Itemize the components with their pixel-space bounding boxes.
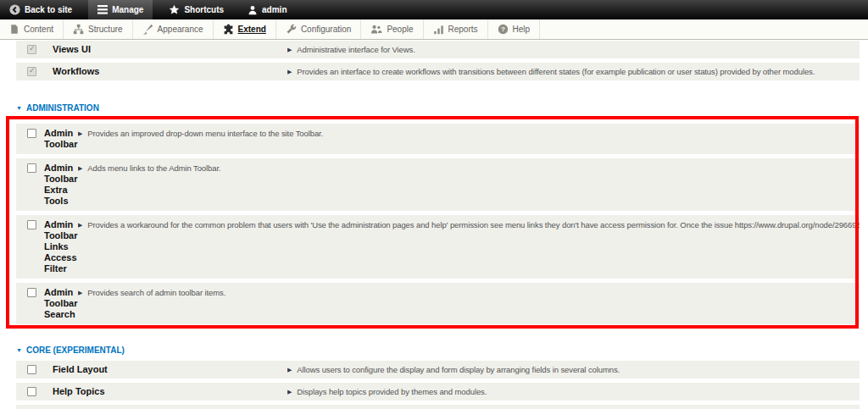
tab-content[interactable]: Content: [0, 19, 64, 39]
menu-icon: [97, 5, 108, 14]
module-name: Admin Toolbar: [44, 128, 78, 150]
module-description: Allows users to configure the display an…: [297, 364, 620, 375]
module-description-toggle[interactable]: ▶Displays help topics provided by themes…: [287, 386, 860, 397]
collapsed-twisty-icon: ▶: [78, 287, 82, 298]
shortcuts-button[interactable]: Shortcuts: [159, 0, 233, 19]
module-description-toggle[interactable]: ▶Provides a workaround for the common pr…: [78, 219, 860, 230]
admin-menu-bar: Content Structure Appearance Extend Conf…: [0, 19, 868, 40]
module-name: Views UI: [53, 44, 287, 55]
puzzle-icon: [223, 24, 234, 35]
help-icon: ?: [498, 24, 509, 35]
module-description-toggle[interactable]: ▶Provides an improved drop-down menu int…: [78, 128, 860, 139]
module-row-admin-toolbar: Admin Toolbar ▶Provides an improved drop…: [16, 124, 860, 154]
module-description: Provides search of admin toolbar items.: [87, 287, 225, 298]
checkbox-unchecked-icon[interactable]: [27, 220, 36, 229]
tab-appearance-label: Appearance: [158, 25, 203, 34]
modules-list: Views UI ▶Administrative interface for V…: [0, 40, 868, 409]
module-checkbox-views-ui: [27, 44, 38, 54]
module-row-admin-toolbar-search: Admin Toolbar Search ▶Provides search of…: [16, 283, 860, 324]
module-row-views-ui: Views UI ▶Administrative interface for V…: [16, 41, 860, 58]
module-checkbox-help-topics[interactable]: [27, 386, 38, 396]
checkbox-unchecked-icon[interactable]: [27, 387, 36, 396]
expanded-twisty-icon: ▼: [16, 102, 22, 113]
wrench-icon: [286, 24, 297, 35]
user-icon: [248, 5, 258, 15]
back-icon: [9, 4, 20, 15]
module-row-field-layout: Field Layout ▶Allows users to configure …: [16, 361, 860, 379]
module-description: Provides a workaround for the common pro…: [87, 219, 860, 230]
module-description-toggle[interactable]: ▶Administrative interface for Views.: [287, 44, 860, 55]
section-header-core-experimental[interactable]: ▼ CORE (EXPERIMENTAL): [16, 345, 860, 356]
checkbox-checked-disabled-icon: [27, 67, 36, 76]
checkbox-unchecked-icon[interactable]: [27, 365, 36, 374]
bar-chart-icon: [433, 24, 444, 35]
tab-appearance[interactable]: Appearance: [133, 19, 214, 39]
collapsed-twisty-icon: ▶: [287, 44, 292, 55]
module-description-toggle[interactable]: ▶Allows users to configure the display a…: [287, 364, 860, 375]
module-description-toggle[interactable]: ▶Provides an interface to create workflo…: [287, 66, 860, 77]
module-name: Admin Toolbar Search: [44, 287, 78, 320]
document-icon: [9, 24, 19, 35]
tab-extend[interactable]: Extend: [214, 19, 276, 39]
collapsed-twisty-icon: ▶: [78, 219, 82, 230]
tab-extend-label: Extend: [238, 25, 266, 34]
module-row-admin-toolbar-extra-tools: Admin Toolbar Extra Tools ▶Adds menu lin…: [16, 158, 860, 211]
module-description: Provides an improved drop-down menu inte…: [87, 128, 323, 139]
tab-help-label: Help: [513, 25, 531, 34]
section-header-administration[interactable]: ▼ ADMINISTRATION: [16, 102, 860, 113]
module-name: Admin Toolbar Links Access Filter: [44, 219, 78, 274]
tab-people-label: People: [387, 25, 413, 34]
collapsed-twisty-icon: ▶: [287, 66, 292, 77]
module-checkbox-admin-toolbar[interactable]: [27, 128, 38, 138]
people-icon: [370, 24, 382, 35]
collapsed-twisty-icon: ▶: [287, 386, 292, 397]
module-description: Administrative interface for Views.: [297, 44, 415, 55]
module-row-workflows: Workflows ▶Provides an interface to crea…: [16, 63, 860, 80]
module-name: Admin Toolbar Extra Tools: [44, 163, 78, 207]
module-description-toggle[interactable]: ▶Adds menu links to the Admin Toolbar.: [78, 163, 860, 174]
tab-content-label: Content: [24, 25, 53, 34]
tab-configuration-label: Configuration: [301, 25, 351, 34]
shortcuts-label: Shortcuts: [184, 5, 224, 14]
checkbox-unchecked-icon[interactable]: [27, 288, 36, 297]
tab-reports[interactable]: Reports: [424, 19, 488, 39]
tab-configuration[interactable]: Configuration: [276, 19, 361, 39]
module-name: Workflows: [53, 66, 287, 77]
module-name: Help Topics: [53, 386, 287, 397]
tab-reports-label: Reports: [448, 25, 478, 34]
paintbrush-icon: [142, 24, 153, 35]
star-icon: [169, 4, 180, 15]
collapsed-twisty-icon: ▶: [287, 364, 292, 375]
expanded-twisty-icon: ▼: [16, 345, 22, 356]
module-checkbox-admin-toolbar-search[interactable]: [27, 287, 38, 297]
module-description: Adds menu links to the Admin Toolbar.: [87, 163, 220, 174]
checkbox-unchecked-icon[interactable]: [27, 129, 36, 138]
section-label: ADMINISTRATION: [26, 102, 99, 113]
tab-people[interactable]: People: [361, 19, 423, 39]
partial-module-row: [16, 405, 860, 409]
module-description: Provides an interface to create workflow…: [297, 66, 815, 77]
sitemap-icon: [73, 24, 84, 35]
admin-user-button[interactable]: admin: [238, 0, 296, 19]
svg-text:?: ?: [501, 25, 505, 33]
manage-label: Manage: [112, 5, 143, 14]
checkbox-unchecked-icon[interactable]: [27, 163, 36, 173]
module-checkbox-admin-toolbar-links-access-filter[interactable]: [27, 219, 38, 229]
module-name: Field Layout: [53, 364, 287, 375]
admin-toolbar: Back to site Manage Shortcuts admin: [0, 0, 868, 19]
manage-tab[interactable]: Manage: [88, 0, 153, 19]
tab-structure[interactable]: Structure: [64, 19, 133, 39]
module-checkbox-admin-toolbar-extra-tools[interactable]: [27, 163, 38, 173]
back-to-site-label: Back to site: [25, 5, 72, 14]
checkbox-checked-disabled-icon: [27, 45, 36, 54]
tab-help[interactable]: ? Help: [488, 19, 541, 39]
admin-user-label: admin: [262, 5, 287, 14]
back-to-site-button[interactable]: Back to site: [0, 0, 81, 19]
module-row-help-topics: Help Topics ▶Displays help topics provid…: [16, 383, 860, 401]
module-checkbox-field-layout[interactable]: [27, 364, 38, 374]
module-description-toggle[interactable]: ▶Provides search of admin toolbar items.: [78, 287, 860, 298]
module-checkbox-workflows: [27, 66, 38, 76]
collapsed-twisty-icon: ▶: [78, 163, 82, 174]
collapsed-twisty-icon: ▶: [78, 128, 82, 139]
module-description: Displays help topics provided by themes …: [297, 386, 487, 397]
